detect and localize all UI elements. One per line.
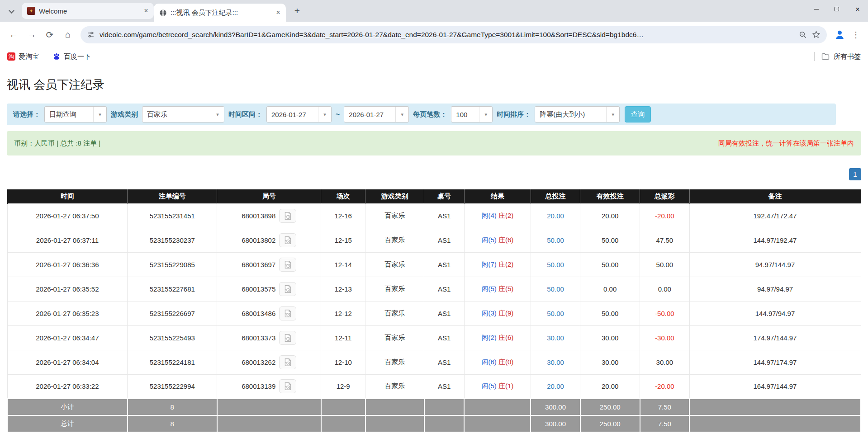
cell-bet-id: 523155227681 bbox=[128, 277, 217, 301]
site-settings-icon[interactable] bbox=[87, 31, 95, 38]
video-replay-button[interactable] bbox=[279, 331, 296, 345]
address-bar[interactable]: videoie.com/game/betrecord_search/kind3?… bbox=[81, 26, 827, 43]
cell-total-bet[interactable]: 50.00 bbox=[531, 252, 580, 277]
cell-remark: 192.47/172.47 bbox=[689, 203, 861, 228]
cell-valid-bet: 20.00 bbox=[580, 374, 640, 399]
per-page-value: 100 bbox=[451, 111, 479, 118]
minimize-button[interactable] bbox=[806, 0, 826, 18]
date-end-select[interactable]: 2026-01-27 ▾ bbox=[344, 106, 409, 122]
result-player: 闲(7) bbox=[481, 260, 496, 268]
folder-icon bbox=[821, 53, 830, 60]
subtotal-count: 8 bbox=[128, 399, 217, 415]
cell-time: 2026-01-27 06:33:22 bbox=[7, 374, 128, 399]
cell-bet-id: 523155224181 bbox=[128, 350, 217, 374]
cell-session: 12-16 bbox=[321, 203, 365, 228]
cell-table-id: AS1 bbox=[424, 374, 465, 399]
url-text[interactable]: videoie.com/game/betrecord_search/kind3?… bbox=[100, 31, 794, 39]
cell-session: 12-9 bbox=[321, 374, 365, 399]
cell-total-bet[interactable]: 50.00 bbox=[531, 301, 580, 325]
cell-total-bet[interactable]: 50.00 bbox=[531, 277, 580, 301]
column-header: 有效投注 bbox=[580, 189, 640, 203]
cell-round-id: 680013575 bbox=[217, 277, 321, 301]
tab-search-button[interactable] bbox=[5, 5, 18, 18]
video-replay-button[interactable] bbox=[279, 306, 296, 320]
tab-betrecord[interactable]: :::视讯 会员下注纪录::: × bbox=[154, 4, 286, 22]
currency-summary-text: 币别：人民币 | 总共 :8 注单 | bbox=[14, 139, 100, 148]
round-id-text: 680013262 bbox=[242, 358, 275, 366]
page-title: 视讯 会员下注纪录 bbox=[7, 77, 861, 93]
footer-empty-cell bbox=[464, 415, 531, 432]
cell-valid-bet: 50.00 bbox=[580, 252, 640, 277]
browser-menu-icon[interactable]: ⋮ bbox=[852, 30, 860, 40]
cell-bet-id: 523155226697 bbox=[128, 301, 217, 325]
round-id-text: 680013898 bbox=[242, 212, 275, 220]
query-type-select[interactable]: 日期查询 ▾ bbox=[44, 106, 107, 122]
column-header: 备注 bbox=[689, 189, 861, 203]
cell-payout: 47.50 bbox=[640, 228, 689, 252]
footer-empty-cell bbox=[365, 415, 424, 432]
column-header: 场次 bbox=[321, 189, 365, 203]
cell-remark: 94.97/144.97 bbox=[689, 252, 861, 277]
cell-table-id: AS1 bbox=[424, 203, 465, 228]
result-banker: 庄(0) bbox=[498, 358, 513, 366]
cell-valid-bet: 50.00 bbox=[580, 228, 640, 252]
cell-payout: -20.00 bbox=[640, 374, 689, 399]
home-button[interactable]: ⌂ bbox=[59, 26, 77, 44]
video-replay-button[interactable] bbox=[279, 282, 296, 296]
cell-result: 闲(7) 庄(2) bbox=[464, 252, 531, 277]
cell-total-bet[interactable]: 30.00 bbox=[531, 350, 580, 374]
subtotal-row: 小计 8 300.00 250.00 7.50 bbox=[7, 399, 861, 415]
round-id-text: 680013575 bbox=[242, 285, 275, 293]
reload-button[interactable]: ⟳ bbox=[41, 26, 59, 44]
cell-total-bet[interactable]: 50.00 bbox=[531, 228, 580, 252]
video-replay-button[interactable] bbox=[279, 209, 296, 223]
cell-total-bet[interactable]: 20.00 bbox=[531, 374, 580, 399]
bookmark-aitaobao[interactable]: 淘 爱淘宝 bbox=[7, 52, 39, 61]
cell-time: 2026-01-27 06:37:11 bbox=[7, 228, 128, 252]
profile-avatar[interactable] bbox=[834, 29, 845, 40]
per-page-select[interactable]: 100 ▾ bbox=[451, 106, 493, 122]
column-header: 局号 bbox=[217, 189, 321, 203]
zoom-icon[interactable] bbox=[799, 31, 807, 39]
bookmark-star-icon[interactable] bbox=[812, 30, 821, 39]
cell-remark: 144.97/94.97 bbox=[689, 301, 861, 325]
browser-tab-strip: ✦ Welcome × :::视讯 会员下注纪录::: × + × bbox=[0, 0, 868, 22]
video-replay-button[interactable] bbox=[279, 233, 296, 247]
cell-payout: 30.00 bbox=[640, 350, 689, 374]
back-button[interactable]: ← bbox=[5, 26, 23, 44]
footer-empty-cell bbox=[424, 399, 465, 415]
cell-table-id: AS1 bbox=[424, 325, 465, 350]
new-tab-button[interactable]: + bbox=[290, 4, 304, 18]
result-banker: 庄(9) bbox=[498, 309, 513, 317]
cell-result: 闲(4) 庄(2) bbox=[464, 203, 531, 228]
all-bookmarks[interactable]: 所有书签 bbox=[814, 52, 861, 61]
table-row: 2026-01-27 06:34:47 523155225493 6800133… bbox=[7, 325, 861, 350]
close-window-button[interactable]: × bbox=[847, 0, 868, 18]
cell-valid-bet: 30.00 bbox=[580, 350, 640, 374]
bookmark-baidu[interactable]: 百度一下 bbox=[52, 52, 91, 61]
cell-valid-bet: 0.00 bbox=[580, 277, 640, 301]
video-replay-button[interactable] bbox=[279, 379, 296, 393]
bet-table-header-row: 时间注单编号局号场次游戏类别桌号结果总投注有效投注总派彩备注 bbox=[7, 189, 861, 203]
maximize-button[interactable] bbox=[826, 0, 847, 18]
game-kind-select[interactable]: 百家乐 ▾ bbox=[142, 106, 224, 122]
sort-value: 降幂(由大到小) bbox=[535, 110, 606, 119]
page-1-button[interactable]: 1 bbox=[849, 168, 861, 180]
search-button[interactable]: 查询 bbox=[625, 106, 651, 122]
sort-select[interactable]: 降幂(由大到小) ▾ bbox=[535, 106, 620, 122]
close-tab-icon[interactable]: × bbox=[274, 9, 282, 17]
date-start-select[interactable]: 2026-01-27 ▾ bbox=[266, 106, 332, 122]
column-header: 总投注 bbox=[531, 189, 580, 203]
close-tab-icon[interactable]: × bbox=[142, 7, 150, 15]
cell-total-bet[interactable]: 20.00 bbox=[531, 203, 580, 228]
cell-game-kind: 百家乐 bbox=[365, 203, 424, 228]
forward-button[interactable]: → bbox=[23, 26, 41, 44]
footer-empty-cell bbox=[365, 399, 424, 415]
date-start-value: 2026-01-27 bbox=[267, 111, 318, 118]
cell-total-bet[interactable]: 30.00 bbox=[531, 325, 580, 350]
cell-payout: -20.00 bbox=[640, 203, 689, 228]
video-replay-button[interactable] bbox=[279, 355, 296, 369]
tilde-separator: ~ bbox=[336, 110, 340, 118]
video-replay-button[interactable] bbox=[279, 258, 296, 272]
tab-welcome[interactable]: ✦ Welcome × bbox=[22, 3, 154, 19]
